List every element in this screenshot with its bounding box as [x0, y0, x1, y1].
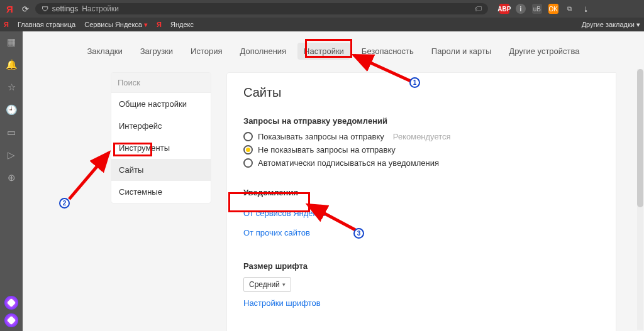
play-icon[interactable]: ▷ — [8, 149, 15, 161]
search-input[interactable]: Поиск — [111, 73, 211, 93]
ublock-icon[interactable]: uB — [532, 4, 542, 14]
left-rail: ▦ 🔔 ☆ 🕘 ▭ ▷ ⊕ — [0, 31, 23, 331]
tab-history[interactable]: История — [184, 43, 228, 60]
address-bar[interactable]: 🛡 settings Настройки 🏷 — [35, 3, 488, 14]
titlebar: Я ⟳ 🛡 settings Настройки 🏷 ABP i uB OK ⧉… — [0, 0, 644, 18]
radio-hide-label: Не показывать запросы на отправку — [258, 145, 396, 155]
radio-auto-label: Автоматически подписываться на уведомлен… — [258, 158, 439, 168]
ext-dot-icon[interactable]: i — [516, 4, 526, 14]
apps-icon[interactable]: ▦ — [7, 36, 16, 48]
ok-icon[interactable]: OK — [548, 4, 558, 14]
tab-devices[interactable]: Другие устройства — [502, 43, 586, 60]
radio-show[interactable]: Показывать запросы на отправку Рекоменду… — [243, 132, 599, 141]
link-yandex-services[interactable]: От сервисов Яндекса — [243, 209, 325, 218]
annotation-badge-2: 2 — [59, 198, 70, 209]
section-requests-title: Запросы на отправку уведомлений — [243, 116, 599, 126]
settings-tabs: Закладки Загрузки История Дополнения Нас… — [23, 31, 644, 72]
bookmarks-bar: Я Главная страница Сервисы Яндекса ▾ Я Я… — [0, 18, 644, 31]
sidebar-item-tools[interactable]: Инструменты — [111, 137, 211, 159]
tab-settings[interactable]: Настройки — [297, 43, 350, 60]
recommended-label: Рекомендуется — [393, 132, 451, 141]
radio-icon — [243, 132, 253, 141]
url-key: settings — [52, 4, 78, 13]
font-size-select[interactable]: Средний — [243, 277, 291, 292]
extension-icons: ABP i uB OK ⧉ ⭳ — [499, 4, 591, 14]
history-icon[interactable]: 🕘 — [6, 104, 18, 116]
bm-yandex-logo-2[interactable]: Я — [157, 21, 162, 28]
bm-services[interactable]: Сервисы Яндекса ▾ — [84, 21, 148, 29]
tab-downloads[interactable]: Загрузки — [134, 43, 179, 60]
radio-hide[interactable]: Не показывать запросы на отправку — [243, 145, 599, 155]
sidebar-item-sites[interactable]: Сайты — [111, 159, 211, 181]
settings-main: Сайты Запросы на отправку уведомлений По… — [226, 72, 616, 331]
yandex-logo[interactable]: Я — [4, 4, 16, 14]
scrollbar-thumb[interactable] — [637, 69, 643, 207]
tab-security[interactable]: Безопасность — [355, 43, 420, 60]
annotation-badge-1: 1 — [409, 77, 420, 88]
annotation-badge-3: 3 — [353, 228, 364, 239]
settings-page: Закладки Загрузки История Дополнения Нас… — [23, 31, 644, 331]
page-title: Сайты — [243, 85, 599, 100]
collections-icon[interactable]: ▭ — [7, 127, 16, 138]
sidebar-item-interface[interactable]: Интерфейс — [111, 115, 211, 137]
bm-other[interactable]: Другие закладки ▾ — [582, 21, 640, 29]
radio-icon — [243, 145, 253, 155]
bookmark-icon[interactable]: 🏷 — [474, 4, 482, 13]
settings-sidebar: Поиск Общие настройки Интерфейс Инструме… — [111, 72, 211, 203]
section-font-title: Размер шрифта — [243, 261, 599, 271]
reload-icon[interactable]: ⟳ — [22, 4, 29, 14]
link-font-settings[interactable]: Настройки шрифтов — [243, 298, 321, 308]
bm-yandex-logo[interactable]: Я — [4, 21, 9, 28]
abp-icon[interactable]: ABP — [499, 4, 509, 14]
alisa-icon-2[interactable] — [4, 313, 18, 327]
radio-auto[interactable]: Автоматически подписываться на уведомлен… — [243, 158, 599, 168]
radio-icon — [243, 158, 253, 168]
url-title: Настройки — [82, 4, 119, 13]
link-other-sites[interactable]: От прочих сайтов — [243, 228, 310, 237]
download-icon[interactable]: ⭳ — [581, 4, 591, 14]
sidebar-item-general[interactable]: Общие настройки — [111, 93, 211, 115]
bm-yandex[interactable]: Яндекс — [170, 21, 194, 28]
tab-passwords[interactable]: Пароли и карты — [425, 43, 498, 60]
scrollbar[interactable] — [637, 69, 643, 330]
bm-home[interactable]: Главная страница — [18, 21, 75, 28]
shield-icon: 🛡 — [42, 5, 48, 13]
star-icon[interactable]: ☆ — [8, 82, 16, 93]
copy-icon[interactable]: ⧉ — [565, 4, 575, 14]
sidebar-item-system[interactable]: Системные — [111, 181, 211, 203]
section-notif-title: Уведомления — [243, 188, 599, 197]
alisa-icon[interactable] — [4, 296, 18, 310]
tab-addons[interactable]: Дополнения — [233, 43, 292, 60]
bell-icon[interactable]: 🔔 — [6, 59, 18, 70]
add-panel-icon[interactable]: ⊕ — [8, 172, 16, 183]
tab-bookmarks[interactable]: Закладки — [80, 43, 128, 60]
radio-show-label: Показывать запросы на отправку — [258, 132, 384, 141]
